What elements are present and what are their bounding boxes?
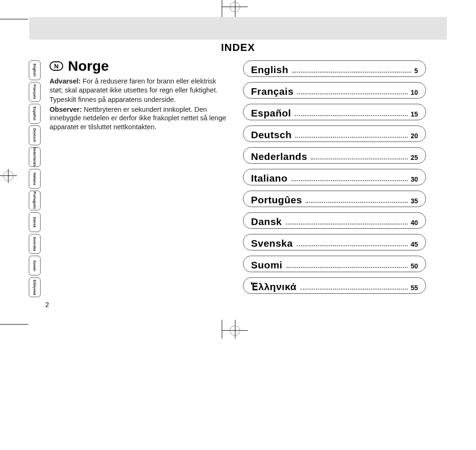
index-page: 50 (410, 262, 418, 270)
dot-leader (297, 93, 408, 94)
index-row-svenska[interactable]: Svenska 45 (243, 234, 426, 250)
index-page: 25 (410, 154, 418, 161)
index-row-francais[interactable]: Français 10 (243, 82, 426, 99)
index-row-english[interactable]: English 5 (243, 60, 426, 77)
tab-english[interactable]: English (29, 60, 41, 80)
tab-label: Português (33, 192, 36, 209)
index-page: 55 (410, 284, 418, 292)
index-row-nederlands[interactable]: Nederlands 25 (243, 147, 426, 164)
typeskilt-paragraph: Typeskilt finnes på apparatens underside… (50, 95, 229, 104)
index-lang: Dansk (251, 216, 282, 227)
index-row-italiano[interactable]: Italiano 30 (243, 169, 426, 185)
index-lang: Suomi (251, 259, 283, 271)
index-lang: Español (251, 108, 291, 119)
page-number: 2 (45, 301, 49, 308)
dot-leader (311, 158, 408, 159)
language-tab-rail: English Français Español Deutsch Nederla… (29, 60, 44, 299)
index-row-suomi[interactable]: Suomi 50 (243, 256, 426, 272)
dot-leader (292, 180, 408, 181)
index-row-espanol[interactable]: Español 15 (243, 104, 426, 120)
dot-leader (286, 224, 408, 225)
index-page: 40 (410, 219, 418, 226)
index-list: English 5 Français 10 Español 15 Deutsch… (243, 60, 426, 299)
norge-section: N Norge Advarsel: For å redusere faren f… (50, 58, 229, 132)
index-lang: Deutsch (251, 129, 292, 141)
header-gray-band (29, 17, 447, 40)
index-row-dansk[interactable]: Dansk 40 (243, 212, 426, 229)
index-row-deutsch[interactable]: Deutsch 20 (243, 125, 426, 142)
index-lang: Ἑλληνικά (251, 281, 297, 292)
index-page: 5 (414, 67, 418, 75)
index-lang: Français (251, 86, 293, 97)
dot-leader (306, 202, 408, 203)
dot-leader (297, 245, 408, 246)
tab-label: Nederlands (33, 147, 36, 167)
dot-leader (286, 267, 408, 268)
page-title: INDEX (0, 42, 476, 54)
advarsel-paragraph: Advarsel: For å redusere faren for brann… (50, 77, 229, 94)
n-badge: N (50, 61, 63, 71)
tab-suomi[interactable]: Suomi (29, 256, 41, 275)
norge-heading: Norge (68, 58, 109, 74)
index-row-greek[interactable]: Ἑλληνικά 55 (243, 277, 426, 294)
tab-label: Italiano (33, 173, 36, 185)
index-page: 35 (410, 197, 418, 205)
tab-francais[interactable]: Français (29, 82, 41, 102)
index-page: 30 (410, 175, 418, 183)
tab-espanol[interactable]: Español (29, 104, 41, 124)
tab-label: Svenska (33, 237, 36, 251)
tab-label: Suomi (33, 260, 36, 271)
index-lang: Nederlands (251, 151, 307, 162)
dot-leader (295, 115, 408, 116)
tab-greek[interactable]: Ελληνικά (29, 277, 41, 297)
tab-portugues[interactable]: Português (29, 191, 41, 210)
advarsel-label: Advarsel: (50, 77, 81, 85)
index-lang: English (251, 64, 288, 75)
index-lang: Portugûes (251, 194, 302, 206)
tab-dansk[interactable]: Dansk (29, 212, 41, 232)
index-page: 45 (410, 241, 418, 248)
tab-label: Ελληνικά (33, 280, 36, 295)
tab-label: Deutsch (33, 128, 36, 142)
index-lang: Svenska (251, 238, 293, 249)
index-lang: Italiano (251, 173, 288, 184)
index-page: 10 (410, 89, 418, 96)
tab-deutsch[interactable]: Deutsch (29, 125, 41, 145)
tab-label: Dansk (33, 217, 36, 228)
dot-leader (295, 137, 408, 138)
index-row-portugues[interactable]: Portugûes 35 (243, 191, 426, 207)
observer-label: Observer: (50, 106, 82, 113)
tab-italiano[interactable]: Italiano (29, 169, 41, 189)
index-page: 15 (410, 110, 418, 118)
tab-svenska[interactable]: Svenska (29, 234, 41, 254)
observer-paragraph: Observer: Nettbryteren er sekundert innk… (50, 105, 229, 132)
tab-nederlands[interactable]: Nederlands (29, 147, 41, 167)
tab-label: Español (33, 107, 36, 120)
tab-label: Français (33, 84, 36, 99)
index-page: 20 (410, 132, 418, 140)
dot-leader (301, 289, 408, 290)
dot-leader (292, 72, 411, 73)
tab-label: English (33, 64, 36, 76)
